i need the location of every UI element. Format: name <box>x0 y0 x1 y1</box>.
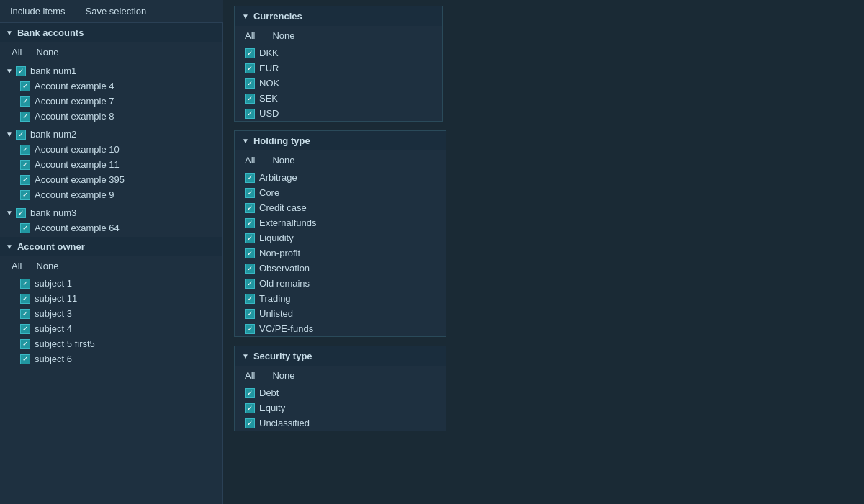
currencies-none-btn[interactable]: None <box>272 30 294 41</box>
bank-num1-checkbox[interactable] <box>16 66 26 76</box>
account-example-8-checkbox[interactable] <box>20 112 30 122</box>
right-area: ▼ Currencies All None DKK EUR NOK SEK US… <box>234 0 695 437</box>
toolbar: Include items Save selection <box>0 0 223 23</box>
bank-accounts-header[interactable]: ▼ Bank accounts <box>0 23 222 42</box>
bank-num3-arrow: ▼ <box>6 209 13 217</box>
currencies-all-btn[interactable]: All <box>245 30 255 41</box>
vcpe-funds-label: VC/PE-funds <box>259 323 313 334</box>
account-example-395-checkbox[interactable] <box>20 175 30 185</box>
old-remains-checkbox[interactable] <box>245 279 255 289</box>
dkk-checkbox[interactable] <box>245 48 255 58</box>
account-example-64-label: Account example 64 <box>35 222 120 233</box>
holding-type-all-btn[interactable]: All <box>245 155 255 166</box>
security-type-header[interactable]: ▼ Security type <box>235 346 446 366</box>
subject-5-item: subject 5 first5 <box>0 336 222 351</box>
arbitrage-checkbox[interactable] <box>245 173 255 183</box>
subject-11-item: subject 11 <box>0 291 222 306</box>
currencies-panel: ▼ Currencies All None DKK EUR NOK SEK US… <box>234 6 443 122</box>
vcpe-funds-checkbox[interactable] <box>245 324 255 334</box>
debt-checkbox[interactable] <box>245 388 255 398</box>
bank-accounts-none-btn[interactable]: None <box>36 47 58 58</box>
unclassified-checkbox[interactable] <box>245 418 255 428</box>
holding-type-chevron: ▼ <box>242 137 249 145</box>
arbitrage-label: Arbitrage <box>259 172 297 183</box>
currencies-header[interactable]: ▼ Currencies <box>235 6 442 26</box>
account-example-8-label: Account example 8 <box>35 111 114 122</box>
bank-num3-parent[interactable]: ▼ bank num3 <box>0 205 222 220</box>
unlisted-item: Unlisted <box>235 306 446 321</box>
security-type-all-btn[interactable]: All <box>245 370 255 381</box>
nok-item: NOK <box>235 76 442 91</box>
security-type-all-none: All None <box>235 366 446 385</box>
account-example-4-label: Account example 4 <box>35 81 114 91</box>
currencies-all-none: All None <box>235 26 442 45</box>
account-owner-none-btn[interactable]: None <box>36 261 58 271</box>
account-example-10-checkbox[interactable] <box>20 145 30 155</box>
subject-4-checkbox[interactable] <box>20 324 30 334</box>
bank-num1-arrow: ▼ <box>6 67 13 75</box>
holding-type-none-btn[interactable]: None <box>272 155 294 166</box>
holding-type-header[interactable]: ▼ Holding type <box>235 131 446 150</box>
dkk-item: DKK <box>235 45 442 60</box>
subject-5-checkbox[interactable] <box>20 339 30 349</box>
externalfunds-item: Externalfunds <box>235 215 446 230</box>
security-type-none-btn[interactable]: None <box>272 370 294 381</box>
dkk-label: DKK <box>259 48 279 58</box>
account-example-395-item: Account example 395 <box>0 172 222 187</box>
account-owner-label: Account owner <box>17 241 85 252</box>
holding-type-label: Holding type <box>253 135 310 146</box>
subject-1-checkbox[interactable] <box>20 279 30 289</box>
account-example-10-item: Account example 10 <box>0 142 222 157</box>
account-owner-all-btn[interactable]: All <box>12 261 22 271</box>
account-example-64-checkbox[interactable] <box>20 223 30 233</box>
credit-case-item: Credit case <box>235 200 446 215</box>
subject-11-checkbox[interactable] <box>20 294 30 304</box>
account-example-7-checkbox[interactable] <box>20 96 30 107</box>
bank-num1-parent[interactable]: ▼ bank num1 <box>0 63 222 78</box>
liquidity-label: Liquidity <box>259 233 294 243</box>
nok-checkbox[interactable] <box>245 78 255 89</box>
bank-num2-checkbox[interactable] <box>16 130 26 140</box>
observation-checkbox[interactable] <box>245 264 255 274</box>
equity-checkbox[interactable] <box>245 403 255 413</box>
bank-num3-checkbox[interactable] <box>16 208 26 218</box>
account-example-11-checkbox[interactable] <box>20 160 30 170</box>
usd-item: USD <box>235 106 442 121</box>
equity-item: Equity <box>235 400 446 415</box>
account-example-4-checkbox[interactable] <box>20 81 30 91</box>
unlisted-checkbox[interactable] <box>245 309 255 319</box>
liquidity-checkbox[interactable] <box>245 233 255 243</box>
subject-4-item: subject 4 <box>0 321 222 336</box>
subject-1-label: subject 1 <box>35 278 72 289</box>
trading-checkbox[interactable] <box>245 294 255 304</box>
account-example-9-checkbox[interactable] <box>20 190 30 200</box>
usd-checkbox[interactable] <box>245 109 255 119</box>
save-selection-button[interactable]: Save selection <box>81 4 151 18</box>
sek-checkbox[interactable] <box>245 94 255 104</box>
core-label: Core <box>259 187 279 198</box>
non-profit-checkbox[interactable] <box>245 248 255 258</box>
account-owner-header[interactable]: ▼ Account owner <box>0 237 222 256</box>
subject-6-item: subject 6 <box>0 351 222 366</box>
unlisted-label: Unlisted <box>259 308 293 319</box>
observation-label: Observation <box>259 263 310 274</box>
account-example-7-label: Account example 7 <box>35 96 114 107</box>
eur-checkbox[interactable] <box>245 63 255 73</box>
include-items-button[interactable]: Include items <box>6 4 70 18</box>
account-example-8-item: Account example 8 <box>0 109 222 124</box>
externalfunds-checkbox[interactable] <box>245 218 255 228</box>
nok-label: NOK <box>259 78 279 89</box>
debt-label: Debt <box>259 387 279 398</box>
account-example-64-item: Account example 64 <box>0 220 222 235</box>
subject-6-checkbox[interactable] <box>20 354 30 364</box>
core-checkbox[interactable] <box>245 188 255 198</box>
core-item: Core <box>235 185 446 200</box>
eur-label: EUR <box>259 63 279 73</box>
bank-num2-parent[interactable]: ▼ bank num2 <box>0 127 222 142</box>
left-panel: ▼ Bank accounts All None ▼ bank num1 Acc… <box>0 23 223 504</box>
bank-num2-label: bank num2 <box>30 129 76 140</box>
account-example-11-label: Account example 11 <box>35 159 120 170</box>
bank-accounts-all-btn[interactable]: All <box>12 47 22 58</box>
subject-3-checkbox[interactable] <box>20 309 30 319</box>
credit-case-checkbox[interactable] <box>245 203 255 213</box>
